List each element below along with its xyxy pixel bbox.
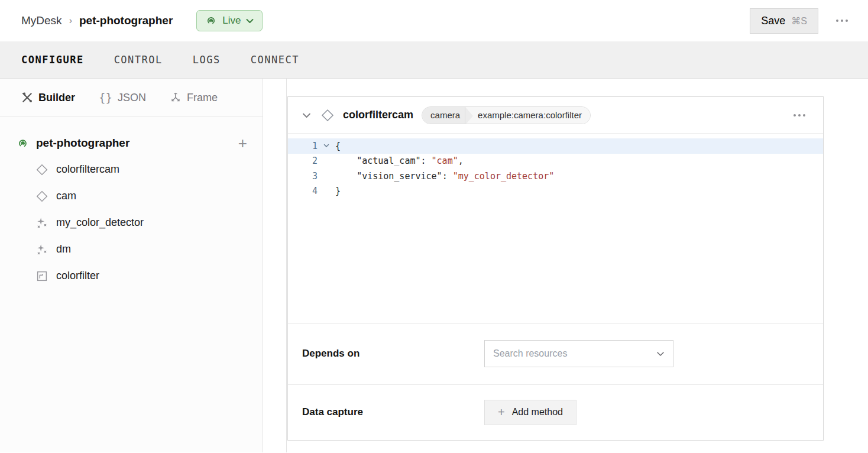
line-number: 1: [288, 141, 318, 151]
search-resources-input[interactable]: [493, 348, 656, 359]
data-capture-label: Data capture: [302, 406, 484, 418]
chevron-down-icon: [246, 18, 254, 24]
breadcrumb-current: pet-photographer: [79, 14, 173, 27]
breadcrumb: MyDesk › pet-photographer: [21, 14, 173, 27]
tab-logs[interactable]: LOGS: [193, 54, 221, 66]
code-text: "actual_cam": "cam",: [335, 156, 464, 166]
tree-item-label: colorfiltercam: [56, 163, 119, 176]
resource-type-badge: camera example:camera:colorfilter: [422, 106, 591, 124]
plus-icon: +: [498, 406, 505, 418]
card-overflow-menu-icon[interactable]: [790, 111, 809, 120]
machine-row[interactable]: pet-photographer +: [0, 130, 263, 156]
tree-item-label: cam: [56, 190, 76, 202]
resource-card-colorfiltercam: colorfiltercam camera example:camera:col…: [287, 96, 824, 441]
live-label: Live: [222, 15, 241, 27]
save-button[interactable]: Save ⌘S: [750, 8, 818, 34]
editor-line[interactable]: 2 "actual_cam": "cam",: [288, 154, 823, 169]
main-panel: colorfiltercam camera example:camera:col…: [263, 79, 868, 452]
editor-line[interactable]: 1 {: [288, 138, 823, 154]
view-toggle-frame-label: Frame: [187, 92, 218, 104]
tab-control[interactable]: CONTROL: [114, 54, 163, 66]
view-toggle-json-label: JSON: [118, 92, 146, 104]
attributes-json-editor[interactable]: 1 { 2 "actual_cam": "cam", 3: [288, 134, 823, 323]
depends-on-select[interactable]: [484, 340, 673, 367]
braces-icon: {}: [99, 91, 112, 104]
badge-type: camera: [422, 107, 465, 124]
depends-on-section: Depends on: [288, 323, 823, 384]
sidebar-item-cam[interactable]: cam: [0, 183, 263, 209]
tree-item-label: colorfilter: [56, 270, 99, 282]
view-mode-toggle: Builder {} JSON Frame: [0, 79, 263, 117]
line-number: 3: [288, 171, 318, 182]
config-sidebar: Builder {} JSON Frame: [0, 79, 263, 452]
depends-on-label: Depends on: [302, 348, 484, 360]
sidebar-item-colorfiltercam[interactable]: colorfiltercam: [0, 156, 263, 183]
fold-chevron-icon[interactable]: [318, 144, 335, 148]
tree-item-label: dm: [56, 243, 71, 255]
sidebar-item-colorfilter[interactable]: colorfilter: [0, 263, 263, 289]
machine-name: pet-photographer: [36, 137, 129, 150]
tab-connect[interactable]: CONNECT: [251, 54, 299, 66]
tab-bar: CONFIGURE CONTROL LOGS CONNECT: [0, 41, 868, 79]
diamond-icon: [320, 108, 335, 122]
add-method-label: Add method: [512, 407, 563, 418]
live-status-dropdown[interactable]: Live: [196, 10, 263, 31]
editor-line[interactable]: 3 "vision_service": "my_color_detector": [288, 169, 823, 184]
code-text: "vision_service": "my_color_detector": [335, 171, 554, 182]
code-text: {: [335, 141, 341, 151]
sidebar-item-dm[interactable]: dm: [0, 236, 263, 263]
add-resource-button[interactable]: +: [238, 135, 247, 151]
collapse-chevron-icon[interactable]: [302, 112, 311, 118]
line-number: 2: [288, 156, 318, 166]
breadcrumb-separator: ›: [69, 15, 72, 26]
frame-axes-icon: [170, 92, 182, 103]
tab-configure[interactable]: CONFIGURE: [21, 54, 84, 66]
add-method-button[interactable]: + Add method: [484, 400, 576, 425]
chevron-down-icon: [656, 351, 665, 357]
header-overflow-menu-icon[interactable]: [833, 16, 851, 25]
sparkles-icon: [35, 243, 48, 256]
module-icon: [35, 270, 48, 283]
badge-model: example:camera:colorfilter: [473, 107, 590, 124]
tree-item-label: my_color_detector: [56, 216, 144, 229]
data-capture-section: Data capture + Add method: [288, 384, 823, 440]
sidebar-item-my-color-detector[interactable]: my_color_detector: [0, 209, 263, 236]
diamond-icon: [35, 163, 48, 176]
view-toggle-builder-label: Builder: [38, 92, 75, 104]
view-toggle-builder[interactable]: Builder: [21, 92, 75, 104]
code-text: }: [335, 186, 341, 196]
diamond-icon: [35, 190, 48, 203]
breadcrumb-parent-link[interactable]: MyDesk: [21, 14, 62, 27]
badge-divider: [465, 107, 473, 124]
resource-tree: pet-photographer + colorfiltercam cam: [0, 117, 263, 289]
editor-line[interactable]: 4 }: [288, 184, 823, 199]
line-number: 4: [288, 186, 318, 196]
card-header: colorfiltercam camera example:camera:col…: [288, 97, 823, 134]
save-shortcut-hint: ⌘S: [791, 15, 807, 27]
card-title: colorfiltercam: [343, 109, 413, 121]
sparkles-icon: [35, 216, 48, 229]
view-toggle-json[interactable]: {} JSON: [99, 91, 146, 104]
save-label: Save: [761, 15, 785, 27]
app-header: MyDesk › pet-photographer Live Save ⌘S: [0, 0, 868, 41]
antenna-icon: [205, 15, 217, 27]
panel-divider: [286, 79, 287, 452]
tools-icon: [21, 92, 33, 103]
machine-antenna-icon: [17, 137, 29, 150]
view-toggle-frame[interactable]: Frame: [170, 92, 218, 104]
